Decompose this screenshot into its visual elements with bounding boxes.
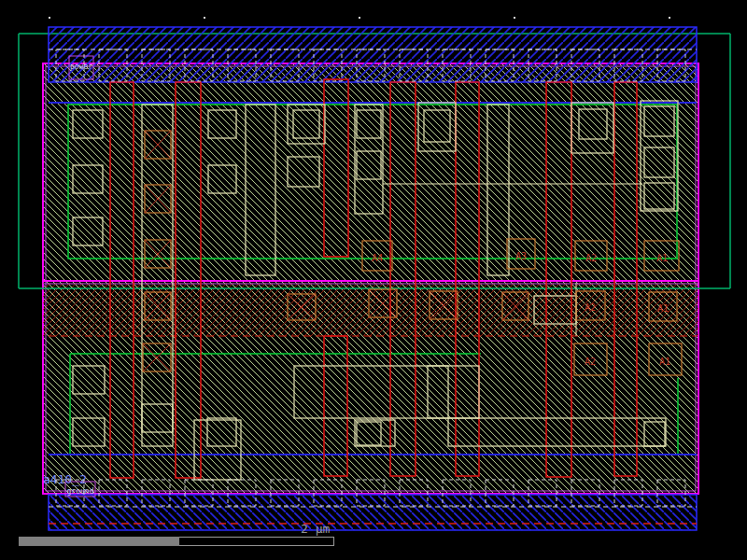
ruler-dots — [49, 17, 670, 19]
ruler-dot — [49, 17, 50, 19]
ruler-dot — [669, 17, 670, 19]
port-label-a3: A3 — [515, 251, 527, 261]
ruler-dot — [204, 17, 205, 19]
power-label: power — [70, 63, 92, 71]
cell-substrate-hatch — [43, 63, 698, 494]
port-label-a1-low: A1 — [659, 357, 670, 367]
horizontal-scrollbar-track[interactable] — [19, 537, 334, 546]
port-label-a2-low: A2 — [585, 357, 596, 367]
ground-label: ground — [67, 487, 94, 496]
horizontal-scrollbar-thumb[interactable] — [19, 537, 179, 546]
ruler-dot — [359, 17, 360, 19]
port-label-a1-mid: A1 — [657, 303, 669, 314]
ruler-dot — [514, 17, 515, 19]
port-label-a2: A2 — [585, 253, 597, 263]
layout-canvas[interactable]: A4A3A2A1A2A1A2A1powergrounda410_2 — [0, 0, 747, 560]
scale-bar-label: 2 μm — [301, 522, 330, 536]
port-label-a1: A1 — [656, 253, 668, 263]
port-label-a2-mid: A2 — [585, 302, 596, 313]
port-label-a4: A4 — [372, 253, 383, 263]
layout-shapes: A4A3A2A1A2A1A2A1powergrounda410_2 — [19, 27, 730, 530]
